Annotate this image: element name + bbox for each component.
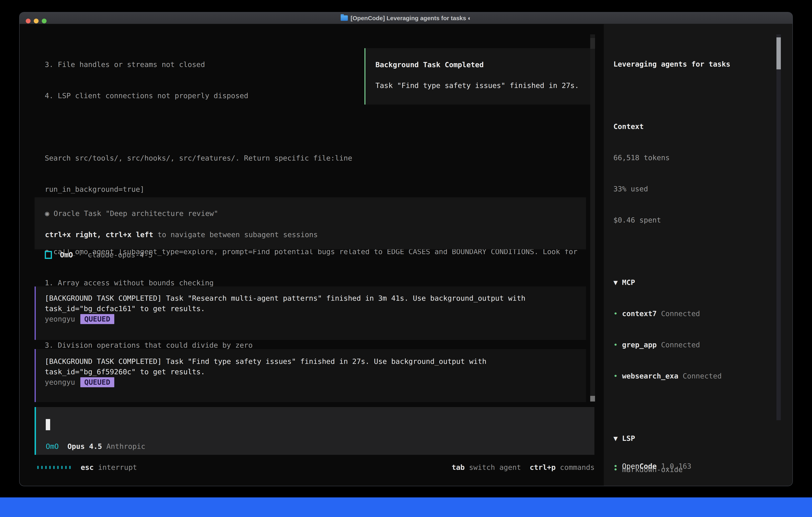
toast-title: Background Task Completed bbox=[375, 60, 592, 70]
queued-badge: QUEUED bbox=[80, 377, 114, 387]
provider-name: Anthropic bbox=[102, 441, 145, 452]
folder-icon bbox=[341, 16, 348, 21]
toast-body: Task "Find type safety issues" finished … bbox=[375, 80, 592, 91]
sidebar: Leveraging agents for tasks Context 66,5… bbox=[604, 24, 793, 486]
titlebar[interactable]: [OpenCode] Leveraging agents for tasks ◐ bbox=[20, 12, 792, 24]
scrollbar-thumb[interactable] bbox=[590, 396, 595, 402]
window-title-wrap: [OpenCode] Leveraging agents for tasks ◐ bbox=[20, 12, 792, 24]
context-tokens: 66,518 tokens bbox=[613, 153, 776, 163]
session-title: Leveraging agents for tasks bbox=[613, 59, 776, 70]
mcp-name: websearch_exa bbox=[622, 372, 678, 380]
mcp-status: Connected bbox=[657, 309, 700, 318]
tab-key-hint: tab bbox=[452, 462, 465, 472]
context-spent: $0.46 spent bbox=[613, 215, 776, 225]
scrollbar-thumb[interactable] bbox=[777, 37, 781, 70]
keyboard-shortcut: ctrl+x right, ctrl+x left bbox=[45, 230, 153, 239]
ctrlp-key-hint: ctrl+p bbox=[530, 462, 556, 472]
lsp-section-header[interactable]: ▼ LSP bbox=[613, 433, 776, 444]
status-dot-icon: • bbox=[613, 461, 622, 471]
terminal-line: Search src/tools/, src/hooks/, src/featu… bbox=[45, 153, 577, 163]
active-model-name: Opus 4.5 bbox=[67, 441, 102, 452]
commands-label: commands bbox=[556, 462, 594, 472]
status-bar: esc interrupt tab switch agent ctrl+p co… bbox=[37, 462, 594, 472]
message-block: [BACKGROUND TASK COMPLETED] Task "Find t… bbox=[35, 349, 586, 402]
oracle-task-box: ◉ Oracle Task "Deep architecture review"… bbox=[35, 197, 586, 249]
active-agent-name: OmO bbox=[46, 441, 59, 452]
agent-session-header: OmO · claude-opus-4-5 bbox=[45, 250, 153, 260]
main-scrollbar[interactable] bbox=[590, 34, 595, 402]
mcp-section-header[interactable]: ▼ MCP bbox=[613, 277, 776, 288]
status-dot-icon: • bbox=[613, 341, 622, 349]
message-meta: yeongyu QUEUED bbox=[45, 314, 586, 324]
background-task-toast: Background Task Completed Task "Find typ… bbox=[365, 48, 593, 105]
mcp-item: • websearch_exa Connected bbox=[613, 371, 776, 381]
prompt-input[interactable]: OmO Opus 4.5 Anthropic bbox=[35, 407, 594, 455]
oracle-task-hint: ctrl+x right, ctrl+x left to navigate be… bbox=[45, 229, 586, 240]
mcp-name: context7 bbox=[622, 309, 657, 318]
status-dot-icon: • bbox=[613, 309, 622, 318]
app-name-open: Open bbox=[622, 461, 639, 471]
message-text: [BACKGROUND TASK COMPLETED] Task "Find t… bbox=[45, 356, 586, 377]
agent-name: OmO bbox=[60, 250, 73, 260]
scrollbar-segment[interactable] bbox=[590, 38, 595, 49]
switch-agent-label: switch agent bbox=[465, 462, 521, 472]
agent-icon bbox=[45, 251, 52, 259]
message-meta: yeongyu QUEUED bbox=[45, 377, 586, 387]
esc-key-hint: esc bbox=[81, 462, 94, 472]
context-heading: Context bbox=[613, 121, 776, 132]
app-name-code: Code bbox=[639, 461, 657, 471]
collapse-triangle-icon: ▼ bbox=[613, 434, 618, 442]
spacer bbox=[59, 441, 67, 452]
mcp-status: Connected bbox=[678, 372, 722, 380]
app-version: 1.0.163 bbox=[657, 461, 691, 471]
collapse-triangle-icon: ▼ bbox=[613, 278, 618, 287]
mcp-item: • context7 Connected bbox=[613, 308, 776, 319]
sidebar-scrollbar[interactable] bbox=[777, 34, 781, 420]
status-right-group: tab switch agent ctrl+p commands bbox=[452, 462, 594, 472]
queued-badge: QUEUED bbox=[80, 314, 114, 324]
sidebar-content: Leveraging agents for tasks Context 66,5… bbox=[613, 38, 776, 486]
opencode-version-row: • OpenCode 1.0.163 bbox=[613, 461, 691, 471]
terminal-window: [OpenCode] Leveraging agents for tasks ◐… bbox=[19, 12, 793, 486]
window-title: [OpenCode] Leveraging agents for tasks ◐ bbox=[351, 15, 471, 22]
spacer bbox=[521, 462, 530, 472]
message-text: [BACKGROUND TASK COMPLETED] Task "Resear… bbox=[45, 293, 586, 314]
message-author: yeongyu bbox=[45, 314, 75, 324]
agent-model: claude-opus-4-5 bbox=[88, 250, 153, 260]
separator-dot: · bbox=[78, 250, 83, 260]
spinner-dots-icon bbox=[37, 466, 71, 469]
hint-text: to navigate between subagent sessions bbox=[153, 230, 318, 239]
mcp-heading: MCP bbox=[618, 278, 635, 287]
mcp-name: grep_app bbox=[622, 341, 657, 349]
oracle-task-title-line: ◉ Oracle Task "Deep architecture review" bbox=[45, 208, 586, 219]
lsp-heading: LSP bbox=[618, 434, 635, 442]
oracle-task-title: Oracle Task "Deep architecture review" bbox=[49, 209, 218, 218]
mcp-item: • grep_app Connected bbox=[613, 340, 776, 350]
mcp-status: Connected bbox=[657, 341, 700, 349]
context-used: 33% used bbox=[613, 184, 776, 194]
input-meta-row: OmO Opus 4.5 Anthropic bbox=[46, 441, 145, 452]
message-block: [BACKGROUND TASK COMPLETED] Task "Resear… bbox=[35, 287, 586, 340]
task-status-icon: ◉ bbox=[45, 209, 49, 218]
terminal-line bbox=[45, 122, 577, 132]
interrupt-label: interrupt bbox=[94, 462, 137, 472]
screen: [OpenCode] Leveraging agents for tasks ◐… bbox=[0, 0, 812, 517]
input-cursor bbox=[46, 419, 50, 430]
desktop-wallpaper-strip bbox=[0, 497, 812, 517]
terminal-line: run_in_background=true] bbox=[45, 184, 577, 194]
message-author: yeongyu bbox=[45, 377, 75, 387]
status-dot-icon: • bbox=[613, 372, 622, 380]
